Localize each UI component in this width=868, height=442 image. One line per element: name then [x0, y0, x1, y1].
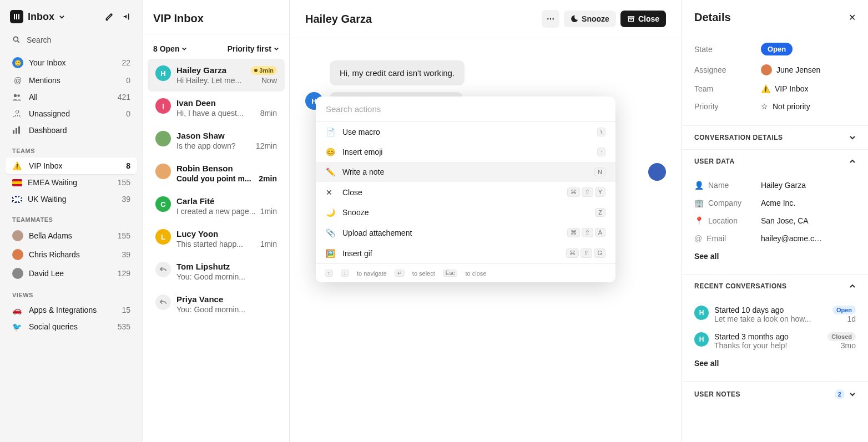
conversation-item[interactable]: HHailey Garza3minHi Hailey. Let me...Now [148, 59, 285, 92]
section-heading: RECENT CONVERSATIONS [694, 282, 786, 290]
recent-title: Started 3 months ago [714, 332, 789, 341]
more-button[interactable]: ⋯ [542, 10, 559, 28]
details-panel: Details ✕ State Open Assignee June Jense… [682, 0, 868, 442]
open-filter[interactable]: 8 Open [153, 44, 187, 53]
nav-count: 155 [118, 231, 130, 240]
teammate-bella[interactable]: Bella Adams 155 [6, 226, 137, 245]
avatar: H [694, 332, 709, 347]
conversation-list: VIP Inbox 8 Open Priority first HHailey … [143, 0, 290, 442]
conversation-preview: Could you point m... [176, 174, 251, 183]
avatar: C [155, 196, 171, 212]
user-avatar-icon: 🙂 [12, 57, 23, 68]
chevron-down-icon [274, 46, 279, 52]
conversation-item[interactable]: Priya VanceYou: Good mornin... [148, 288, 285, 321]
nav-mentions[interactable]: @ Mentions 0 [6, 72, 137, 89]
nav-all[interactable]: All 421 [6, 89, 137, 105]
nav-label: Social queries [29, 322, 78, 331]
person-icon: 👤 [694, 181, 704, 190]
nav-unassigned[interactable]: Unassigned 0 [6, 105, 137, 122]
conversation-preview: You: Good mornin... [176, 305, 245, 314]
teammate-chris[interactable]: Chris Richards 39 [6, 245, 137, 264]
palette-item-label: Insert emoji [342, 148, 382, 156]
conversation-item[interactable]: CCarla FitéI created a new page...1min [148, 190, 285, 222]
team-uk[interactable]: UK Waiting 39 [6, 191, 137, 207]
palette-item[interactable]: ✕Close⌘⇧Y [316, 182, 615, 202]
palette-item[interactable]: 🌙SnoozeZ [316, 202, 615, 222]
avatar [155, 164, 171, 179]
team-emea[interactable]: EMEA Waiting 155 [6, 174, 137, 191]
nav-dashboard[interactable]: Dashboard [6, 122, 137, 139]
see-all-link[interactable]: See all [694, 354, 856, 371]
see-all-link[interactable]: See all [694, 247, 856, 264]
priority-label: Priority [694, 102, 761, 111]
conversation-item[interactable]: LLucy YoonThis started happ...1min [148, 222, 285, 255]
search-input[interactable]: Search [6, 31, 137, 49]
palette-item[interactable]: 📄Use macro\ [316, 122, 615, 142]
key-esc: Esc [443, 270, 458, 277]
svg-point-0 [13, 37, 18, 41]
palette-shortcut: ⌘⇧G [566, 248, 605, 258]
sort-filter[interactable]: Priority first [228, 44, 279, 53]
view-social[interactable]: 🐦Social queries 535 [6, 318, 137, 335]
close-button[interactable]: Close [620, 11, 666, 27]
people-icon [12, 93, 23, 101]
assignee-value[interactable]: June Jensen [761, 64, 820, 75]
palette-shortcut: N [594, 167, 605, 176]
priority-value[interactable]: ☆Not priority [761, 102, 810, 111]
status-badge: Closed [827, 332, 856, 341]
nav-count: 535 [118, 322, 130, 331]
svg-point-2 [17, 94, 19, 96]
warning-icon: ⚠️ [761, 84, 770, 93]
avatar: H [155, 65, 171, 81]
list-title: VIP Inbox [143, 0, 289, 34]
team-vip-inbox[interactable]: ⚠️VIP Inbox 8 [6, 158, 137, 174]
moon-icon [571, 15, 578, 23]
compose-button[interactable] [104, 11, 115, 22]
user-data-toggle[interactable]: USER DATA [682, 150, 868, 173]
conversation-name: Carla Fité [176, 196, 214, 206]
warning-icon: ⚠️ [12, 161, 23, 170]
location-icon: 📍 [694, 216, 704, 225]
teammate-david[interactable]: David Lee 129 [6, 264, 137, 283]
snooze-button[interactable]: Snooze [564, 11, 616, 27]
avatar: I [155, 98, 171, 114]
recent-conversations-toggle[interactable]: RECENT CONVERSATIONS [682, 275, 868, 298]
svg-point-1 [14, 94, 17, 97]
palette-item-icon: 📎 [326, 228, 335, 237]
palette-item[interactable]: 🖼️Insert gif⌘⇧G [316, 243, 615, 263]
view-apps[interactable]: 🚗Apps & Integrations 15 [6, 302, 137, 318]
user-notes-toggle[interactable]: USER NOTES 2 [682, 382, 868, 407]
nav-count: 0 [126, 76, 130, 85]
palette-item-icon: 📄 [326, 128, 335, 136]
conversation-details-toggle[interactable]: CONVERSATION DETAILS [682, 126, 868, 149]
conversation-item[interactable]: IIvan DeenHi, I have a quest...8min [148, 92, 285, 124]
recent-conversation[interactable]: HStarted 10 days agoOpenLet me take a lo… [694, 301, 856, 328]
close-details-button[interactable]: ✕ [849, 12, 856, 23]
conversation-preview: Hi Hailey. Let me... [176, 76, 241, 85]
svg-rect-4 [13, 130, 14, 134]
state-badge[interactable]: Open [761, 43, 793, 55]
nav-count: 0 [126, 109, 130, 118]
palette-item-icon: 🖼️ [326, 249, 335, 258]
recent-subtitle: Thanks for your help! [714, 341, 788, 350]
conversation-name: Priya Vance [176, 294, 223, 304]
collapse-sidebar-button[interactable] [122, 11, 133, 22]
recent-conversation[interactable]: HStarted 3 months agoClosedThanks for yo… [694, 328, 856, 354]
nav-label: All [29, 93, 38, 101]
conversation-name: Tom Lipshutz [176, 262, 230, 271]
views-heading: VIEWS [6, 283, 137, 302]
team-value[interactable]: ⚠️VIP Inbox [761, 84, 808, 93]
palette-item[interactable]: 😊Insert emoji: [316, 142, 615, 162]
palette-item[interactable]: ✏️Write a noteN [316, 162, 615, 182]
nav-label: Bella Adams [29, 231, 72, 240]
app-switcher[interactable]: Inbox [10, 10, 65, 23]
conversation-name: Jason Shaw [176, 131, 225, 140]
svg-rect-6 [18, 126, 20, 134]
conversation-item[interactable]: Robin BensonCould you point m...2min [148, 157, 285, 190]
nav-your-inbox[interactable]: 🙂 Your Inbox 22 [6, 53, 137, 72]
conversation-item[interactable]: Jason ShawIs the app down?12min [148, 124, 285, 157]
palette-search-input[interactable]: Search actions [316, 96, 615, 122]
conversation-item[interactable]: Tom LipshutzYou: Good mornin... [148, 255, 285, 288]
svg-rect-5 [16, 128, 17, 134]
palette-item[interactable]: 📎Upload attachement⌘⇧A [316, 222, 615, 243]
